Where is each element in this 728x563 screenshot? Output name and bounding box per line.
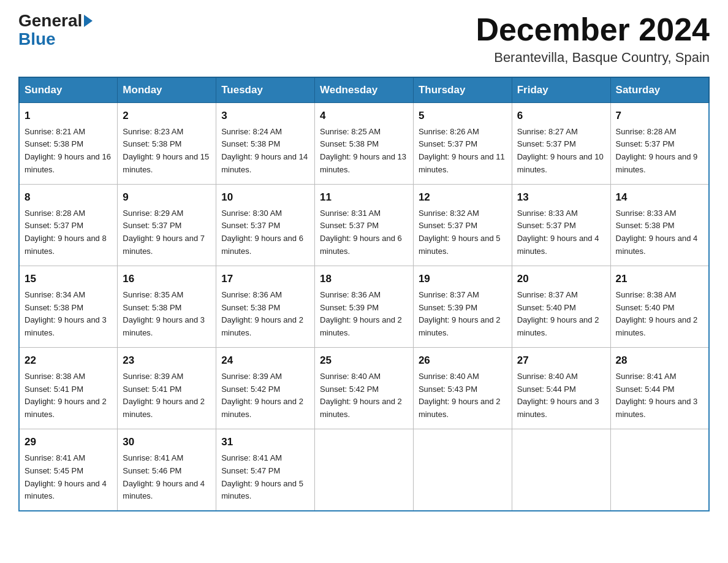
location-text: Berantevilla, Basque Country, Spain <box>476 50 710 66</box>
day-number: 23 <box>123 353 211 369</box>
day-number: 9 <box>123 190 211 205</box>
day-number: 1 <box>25 108 112 124</box>
calendar-cell: 1Sunrise: 8:21 AMSunset: 5:38 PMDaylight… <box>19 103 118 185</box>
calendar-cell: 26Sunrise: 8:40 AMSunset: 5:43 PMDayligh… <box>413 348 512 429</box>
day-info: Sunrise: 8:24 AMSunset: 5:38 PMDaylight:… <box>221 127 308 175</box>
col-header-thursday: Thursday <box>413 77 512 103</box>
day-number: 19 <box>419 271 507 287</box>
calendar-cell: 22Sunrise: 8:38 AMSunset: 5:41 PMDayligh… <box>19 348 118 429</box>
calendar-cell: 7Sunrise: 8:28 AMSunset: 5:37 PMDaylight… <box>610 103 709 185</box>
day-info: Sunrise: 8:25 AMSunset: 5:38 PMDaylight:… <box>320 127 406 175</box>
calendar-cell: 5Sunrise: 8:26 AMSunset: 5:37 PMDaylight… <box>413 103 512 185</box>
day-number: 18 <box>320 271 408 287</box>
day-number: 20 <box>517 271 605 287</box>
calendar-cell: 18Sunrise: 8:36 AMSunset: 5:39 PMDayligh… <box>315 266 414 348</box>
day-info: Sunrise: 8:38 AMSunset: 5:40 PMDaylight:… <box>616 290 698 338</box>
col-header-saturday: Saturday <box>610 77 709 103</box>
day-number: 16 <box>123 271 211 287</box>
day-info: Sunrise: 8:34 AMSunset: 5:38 PMDaylight:… <box>25 290 107 338</box>
day-info: Sunrise: 8:41 AMSunset: 5:45 PMDaylight:… <box>25 453 107 501</box>
calendar-cell: 8Sunrise: 8:28 AMSunset: 5:37 PMDaylight… <box>19 185 118 266</box>
day-number: 31 <box>221 434 309 450</box>
day-info: Sunrise: 8:30 AMSunset: 5:37 PMDaylight:… <box>221 209 303 256</box>
day-info: Sunrise: 8:21 AMSunset: 5:38 PMDaylight:… <box>25 127 111 175</box>
day-number: 13 <box>517 190 605 205</box>
calendar-cell <box>315 429 414 511</box>
day-info: Sunrise: 8:40 AMSunset: 5:44 PMDaylight:… <box>517 372 599 419</box>
logo-blue-text: Blue <box>18 29 56 49</box>
day-number: 26 <box>419 353 507 369</box>
day-info: Sunrise: 8:28 AMSunset: 5:37 PMDaylight:… <box>25 209 107 256</box>
day-info: Sunrise: 8:35 AMSunset: 5:38 PMDaylight:… <box>123 290 205 338</box>
logo: General Blue <box>18 12 94 49</box>
day-number: 7 <box>616 108 703 124</box>
calendar-cell: 13Sunrise: 8:33 AMSunset: 5:37 PMDayligh… <box>512 185 610 266</box>
calendar-cell: 30Sunrise: 8:41 AMSunset: 5:46 PMDayligh… <box>118 429 216 511</box>
day-info: Sunrise: 8:39 AMSunset: 5:41 PMDaylight:… <box>123 372 205 419</box>
calendar-cell: 21Sunrise: 8:38 AMSunset: 5:40 PMDayligh… <box>610 266 709 348</box>
day-info: Sunrise: 8:28 AMSunset: 5:37 PMDaylight:… <box>616 127 698 175</box>
day-number: 25 <box>320 353 408 369</box>
day-info: Sunrise: 8:40 AMSunset: 5:43 PMDaylight:… <box>419 372 501 419</box>
day-info: Sunrise: 8:33 AMSunset: 5:37 PMDaylight:… <box>517 209 599 256</box>
day-info: Sunrise: 8:38 AMSunset: 5:41 PMDaylight:… <box>25 372 107 419</box>
day-info: Sunrise: 8:41 AMSunset: 5:44 PMDaylight:… <box>616 372 698 419</box>
calendar-cell: 31Sunrise: 8:41 AMSunset: 5:47 PMDayligh… <box>216 429 315 511</box>
day-number: 10 <box>221 190 309 205</box>
calendar-cell: 27Sunrise: 8:40 AMSunset: 5:44 PMDayligh… <box>512 348 610 429</box>
calendar-table: SundayMondayTuesdayWednesdayThursdayFrid… <box>18 77 710 511</box>
col-header-sunday: Sunday <box>19 77 118 103</box>
day-number: 22 <box>25 353 112 369</box>
col-header-friday: Friday <box>512 77 610 103</box>
calendar-cell <box>413 429 512 511</box>
day-info: Sunrise: 8:37 AMSunset: 5:40 PMDaylight:… <box>517 290 599 338</box>
day-number: 17 <box>221 271 309 287</box>
calendar-cell: 29Sunrise: 8:41 AMSunset: 5:45 PMDayligh… <box>19 429 118 511</box>
calendar-cell: 28Sunrise: 8:41 AMSunset: 5:44 PMDayligh… <box>610 348 709 429</box>
day-info: Sunrise: 8:41 AMSunset: 5:47 PMDaylight:… <box>221 453 303 501</box>
logo-text: General <box>18 12 94 29</box>
calendar-cell: 19Sunrise: 8:37 AMSunset: 5:39 PMDayligh… <box>413 266 512 348</box>
calendar-cell: 3Sunrise: 8:24 AMSunset: 5:38 PMDaylight… <box>216 103 315 185</box>
day-info: Sunrise: 8:33 AMSunset: 5:38 PMDaylight:… <box>616 209 698 256</box>
calendar-cell: 17Sunrise: 8:36 AMSunset: 5:38 PMDayligh… <box>216 266 315 348</box>
calendar-week-row: 22Sunrise: 8:38 AMSunset: 5:41 PMDayligh… <box>19 348 709 429</box>
day-number: 30 <box>123 434 211 450</box>
calendar-cell: 15Sunrise: 8:34 AMSunset: 5:38 PMDayligh… <box>19 266 118 348</box>
logo-general-text: General <box>18 12 82 29</box>
day-info: Sunrise: 8:37 AMSunset: 5:39 PMDaylight:… <box>419 290 501 338</box>
title-block: December 2024 Berantevilla, Basque Count… <box>476 12 710 66</box>
day-number: 12 <box>419 190 507 205</box>
calendar-week-row: 8Sunrise: 8:28 AMSunset: 5:37 PMDaylight… <box>19 185 709 266</box>
day-number: 27 <box>517 353 605 369</box>
calendar-cell <box>610 429 709 511</box>
calendar-cell <box>512 429 610 511</box>
calendar-cell: 16Sunrise: 8:35 AMSunset: 5:38 PMDayligh… <box>118 266 216 348</box>
col-header-tuesday: Tuesday <box>216 77 315 103</box>
day-number: 14 <box>616 190 703 205</box>
calendar-week-row: 29Sunrise: 8:41 AMSunset: 5:45 PMDayligh… <box>19 429 709 511</box>
day-number: 11 <box>320 190 408 205</box>
calendar-cell: 4Sunrise: 8:25 AMSunset: 5:38 PMDaylight… <box>315 103 414 185</box>
day-info: Sunrise: 8:39 AMSunset: 5:42 PMDaylight:… <box>221 372 303 419</box>
day-number: 29 <box>25 434 112 450</box>
calendar-cell: 25Sunrise: 8:40 AMSunset: 5:42 PMDayligh… <box>315 348 414 429</box>
col-header-wednesday: Wednesday <box>315 77 414 103</box>
day-number: 3 <box>221 108 309 124</box>
day-info: Sunrise: 8:40 AMSunset: 5:42 PMDaylight:… <box>320 372 402 419</box>
calendar-cell: 12Sunrise: 8:32 AMSunset: 5:37 PMDayligh… <box>413 185 512 266</box>
day-info: Sunrise: 8:29 AMSunset: 5:37 PMDaylight:… <box>123 209 205 256</box>
day-number: 28 <box>616 353 703 369</box>
calendar-week-row: 15Sunrise: 8:34 AMSunset: 5:38 PMDayligh… <box>19 266 709 348</box>
day-info: Sunrise: 8:36 AMSunset: 5:38 PMDaylight:… <box>221 290 303 338</box>
calendar-cell: 23Sunrise: 8:39 AMSunset: 5:41 PMDayligh… <box>118 348 216 429</box>
calendar-week-row: 1Sunrise: 8:21 AMSunset: 5:38 PMDaylight… <box>19 103 709 185</box>
day-info: Sunrise: 8:36 AMSunset: 5:39 PMDaylight:… <box>320 290 402 338</box>
day-info: Sunrise: 8:27 AMSunset: 5:37 PMDaylight:… <box>517 127 604 175</box>
col-header-monday: Monday <box>118 77 216 103</box>
day-info: Sunrise: 8:31 AMSunset: 5:37 PMDaylight:… <box>320 209 402 256</box>
page-header: General Blue December 2024 Berantevilla,… <box>18 12 710 66</box>
day-number: 21 <box>616 271 703 287</box>
calendar-cell: 20Sunrise: 8:37 AMSunset: 5:40 PMDayligh… <box>512 266 610 348</box>
day-number: 24 <box>221 353 309 369</box>
